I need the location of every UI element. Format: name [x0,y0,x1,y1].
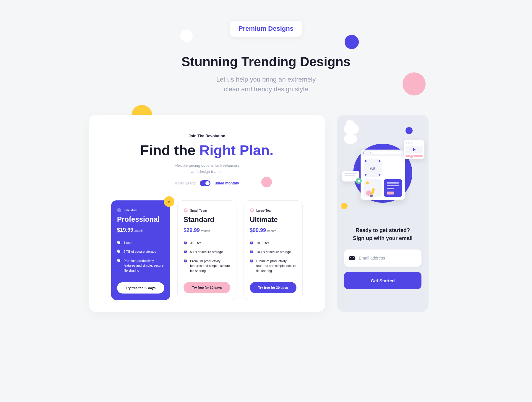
plan-tier: Small Team [184,208,230,213]
plan-card-standard[interactable]: Small Team Standard $29.99/month 3+ user… [177,200,236,300]
svg-rect-0 [349,256,355,260]
email-field[interactable] [359,256,416,260]
tier-dot-icon [184,208,188,213]
play-icon [411,147,417,152]
cube-icon [184,250,187,253]
plan-tier: Large Team [250,208,296,213]
email-input-container [344,249,421,267]
mail-icon [349,256,355,260]
decoration-circle-purple [345,35,359,49]
plan-tier: Individual [117,208,164,212]
decoration-circle-yellow-small [341,203,348,209]
plan-features: 10+ user 10 TB of secure storage Premium… [250,241,296,278]
billing-toggle: Billed yearly Billed monthly [100,180,313,186]
plan-features: 1 user 2 TB of secure storage Premium pr… [117,240,164,278]
plan-price: $29.99/month [184,227,230,234]
pricing-panel: Join The Revolution Find the Right Plan.… [89,115,325,312]
video-card-icon [404,140,424,159]
cube-icon [250,241,253,244]
cube-icon [117,249,121,253]
decoration-circle-purple-small [406,127,413,134]
cube-icon [117,241,121,244]
plan-cta-button[interactable]: Try free for 30 days [184,282,230,293]
tier-dot-icon [117,208,121,212]
cube-icon [184,241,187,244]
image-tile [364,179,382,197]
cube-icon [250,259,253,262]
cube-icon [250,250,253,253]
plan-name: Ultimate [250,215,296,224]
cube-icon [184,259,187,262]
cloud-icon [344,134,357,144]
signup-title: Ready to get started? Sign up with your … [344,226,421,242]
decoration-circle-pink [403,72,426,95]
plan-row: ★ Individual Professional $19.99/month 1… [100,200,313,300]
pricing-subtitle: Flexible pricing options for freelancers… [100,163,313,175]
billing-monthly-label[interactable]: Billed monthly [215,181,239,185]
signup-panel: Aa [337,115,429,312]
tier-dot-icon [250,208,254,213]
signup-illustration: Aa [344,124,421,221]
plan-name: Professional [117,215,164,223]
cube-icon [117,259,121,262]
hero-subtitle: Let us help you bring an extremely clean… [77,74,455,94]
avatar-icon [356,178,362,184]
plan-cta-button[interactable]: Try free for 30 days [117,282,164,294]
text-tile [384,179,402,197]
billing-yearly-label[interactable]: Billed yearly [175,181,196,185]
plan-cta-button[interactable]: Try free for 30 days [250,282,296,293]
decoration-circle-white [180,30,193,42]
billing-toggle-switch[interactable] [200,180,210,186]
chat-card-icon [342,171,359,181]
typography-tile: Aa [364,159,382,177]
plan-name: Standard [184,215,230,224]
plan-features: 3+ user 5 TB of secure storage Premium p… [184,241,230,278]
decoration-circle-pink-small [261,177,272,187]
plan-price: $99.99/month [250,227,296,234]
search-bar-icon [369,151,403,154]
hero-title: Stunning Trending Designs [77,54,455,69]
premium-badge: Premium Designs [230,21,302,37]
plan-card-ultimate[interactable]: Large Team Ultimate $99.99/month 10+ use… [244,200,303,300]
pricing-eyebrow: Join The Revolution [100,134,313,138]
pricing-title: Find the Right Plan. [100,142,313,158]
star-icon: ★ [164,196,174,207]
illustration-browser: Aa [361,150,405,200]
back-arrow-icon [362,151,366,154]
plan-price: $19.99/month [117,227,164,233]
get-started-button[interactable]: Get Started [344,272,421,289]
plan-card-professional[interactable]: ★ Individual Professional $19.99/month 1… [111,200,170,300]
